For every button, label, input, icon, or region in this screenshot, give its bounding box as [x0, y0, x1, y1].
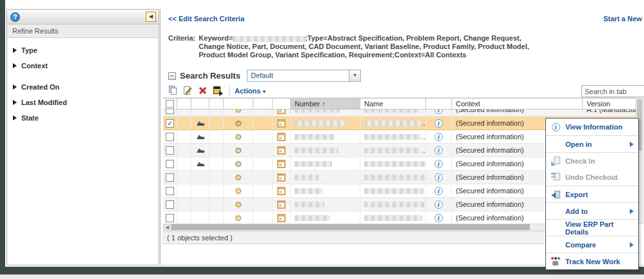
- expand-arrow-icon[interactable]: [13, 84, 17, 90]
- row-checkbox[interactable]: ✓: [166, 119, 174, 128]
- object-type-cell: [273, 144, 291, 157]
- info-icon[interactable]: i: [434, 214, 443, 222]
- dropdown-arrow-icon[interactable]: ▾: [349, 70, 360, 81]
- checked-out-icon: [196, 146, 205, 154]
- info-icon[interactable]: i: [434, 133, 443, 141]
- copy-icon[interactable]: [168, 86, 178, 95]
- row-actions-cell: ⚙: [224, 211, 253, 224]
- actions-menu-button[interactable]: Actions ▾: [235, 87, 266, 95]
- table-row[interactable]: ⚙i(Secured information)A.1 (Manufacturin…: [163, 110, 636, 117]
- search-results-title: Search Results: [180, 71, 240, 81]
- row-actions-gear-icon[interactable]: ⚙: [235, 132, 242, 142]
- expand-arrow-icon[interactable]: [13, 48, 17, 53]
- sidebar-item-label: Last Modified: [21, 99, 67, 106]
- expand-arrow-icon[interactable]: [13, 115, 17, 120]
- redacted-text: [364, 202, 425, 207]
- edit-search-criteria-link[interactable]: << Edit Search Criteria: [168, 15, 244, 23]
- info-cell: i: [426, 130, 452, 143]
- info-icon[interactable]: i: [434, 146, 443, 155]
- scroll-left-button[interactable]: ◀: [164, 224, 171, 230]
- spacer-cell: [210, 171, 224, 184]
- info-icon[interactable]: i: [434, 200, 443, 209]
- name-cell: [360, 184, 426, 197]
- number-cell: [291, 157, 360, 170]
- row-checkbox[interactable]: [166, 110, 174, 114]
- delete-icon[interactable]: [198, 86, 208, 95]
- row-actions-gear-icon[interactable]: ⚙: [235, 213, 242, 223]
- info-icon[interactable]: i: [434, 160, 443, 168]
- name-cell: [360, 110, 426, 116]
- edit-icon[interactable]: [183, 86, 193, 95]
- row-checkbox[interactable]: [166, 214, 174, 222]
- row-checkbox[interactable]: [166, 187, 174, 195]
- expand-arrow-icon[interactable]: [13, 100, 17, 105]
- select-all-checkbox[interactable]: [166, 100, 174, 108]
- column-header-version[interactable]: Version: [583, 99, 636, 109]
- redacted-text: [295, 215, 330, 221]
- name-cell: [360, 211, 426, 224]
- column-header-number[interactable]: Number ↑: [291, 99, 360, 109]
- row-checkbox[interactable]: [166, 133, 174, 141]
- row-actions-gear-icon[interactable]: ⚙: [235, 186, 242, 196]
- context-menu-item-open-in[interactable]: Open in: [546, 135, 638, 152]
- horizontal-scrollbar-thumb[interactable]: [171, 224, 530, 230]
- context-menu-item-track-new-work[interactable]: Track New Work: [546, 253, 638, 269]
- redacted-text: [295, 175, 319, 180]
- row-actions-gear-icon[interactable]: ⚙: [235, 146, 242, 155]
- info-icon[interactable]: i: [434, 173, 443, 182]
- spacer-cell: [210, 110, 224, 116]
- sidebar-header: ? ◀: [7, 10, 159, 24]
- search-criteria-summary: Criteria: Keyword=;Type=Abstract Specifi…: [168, 34, 529, 59]
- column-header-name[interactable]: Name: [360, 99, 426, 109]
- row-checkbox[interactable]: [166, 200, 174, 209]
- sort-ascending-icon[interactable]: ↑: [322, 100, 326, 108]
- context-menu-item-add-to[interactable]: Add to: [546, 202, 638, 219]
- row-actions-cell: ⚙: [224, 184, 253, 197]
- column-header-context[interactable]: Context: [452, 99, 583, 109]
- context-menu-item-view-erp-part-details[interactable]: View ERP Part Details: [546, 219, 638, 236]
- criteria-line-1: Keyword=;Type=Abstract Specification, Pr…: [199, 34, 529, 43]
- context-menu-item-view-information[interactable]: iView Information: [546, 119, 638, 135]
- row-actions-gear-icon[interactable]: ⚙: [235, 110, 242, 115]
- sidebar-item-created-on[interactable]: Created On: [13, 83, 159, 91]
- spacer-cell: [210, 184, 224, 197]
- info-icon[interactable]: i: [434, 187, 443, 195]
- sidebar-item-state[interactable]: State: [13, 114, 159, 122]
- row-select-cell: [163, 198, 177, 211]
- collapse-panel-button[interactable]: ◀: [146, 12, 156, 22]
- name-cell: ..: [360, 117, 426, 130]
- object-type-cell: [273, 198, 291, 211]
- redacted-text: [364, 215, 422, 221]
- name-cell: [360, 198, 426, 211]
- row-actions-gear-icon[interactable]: ⚙: [235, 159, 242, 169]
- expand-arrow-icon[interactable]: [13, 63, 17, 68]
- start-new-search-link[interactable]: Start a New S: [603, 15, 644, 23]
- info-icon[interactable]: i: [434, 119, 443, 128]
- row-checkbox[interactable]: [166, 160, 174, 168]
- collapse-results-icon[interactable]: −: [168, 72, 176, 80]
- row-checkbox[interactable]: [166, 173, 174, 182]
- table-toolbar: Actions ▾: [163, 84, 636, 98]
- export-list-icon[interactable]: [213, 86, 222, 95]
- context-menu-item-compare[interactable]: Compare: [546, 236, 638, 253]
- help-icon[interactable]: ?: [10, 12, 20, 22]
- row-actions-gear-icon[interactable]: ⚙: [235, 173, 242, 182]
- spacer-cell: [253, 198, 273, 211]
- row-select-cell: [163, 171, 177, 184]
- info-icon[interactable]: i: [434, 110, 443, 114]
- row-actions-gear-icon[interactable]: ⚙: [235, 119, 242, 128]
- row-checkbox[interactable]: [166, 146, 174, 155]
- sidebar-item-type[interactable]: Type: [13, 46, 159, 54]
- row-select-cell: [163, 130, 177, 143]
- spacer-cell: [210, 157, 224, 170]
- sidebar-item-last-modified[interactable]: Last Modified: [13, 99, 159, 106]
- menu-icon-slot: [546, 173, 565, 182]
- name-cell: [360, 171, 426, 184]
- row-actions-gear-icon[interactable]: ⚙: [235, 200, 242, 209]
- table-view-dropdown[interactable]: Default ▾: [247, 70, 361, 82]
- row-actions-cell: ⚙: [224, 110, 253, 116]
- search-in-table-input[interactable]: [581, 85, 644, 97]
- spacer-cell: [253, 144, 273, 157]
- context-menu-item-export[interactable]: Export: [546, 186, 638, 202]
- sidebar-item-context[interactable]: Context: [13, 62, 159, 70]
